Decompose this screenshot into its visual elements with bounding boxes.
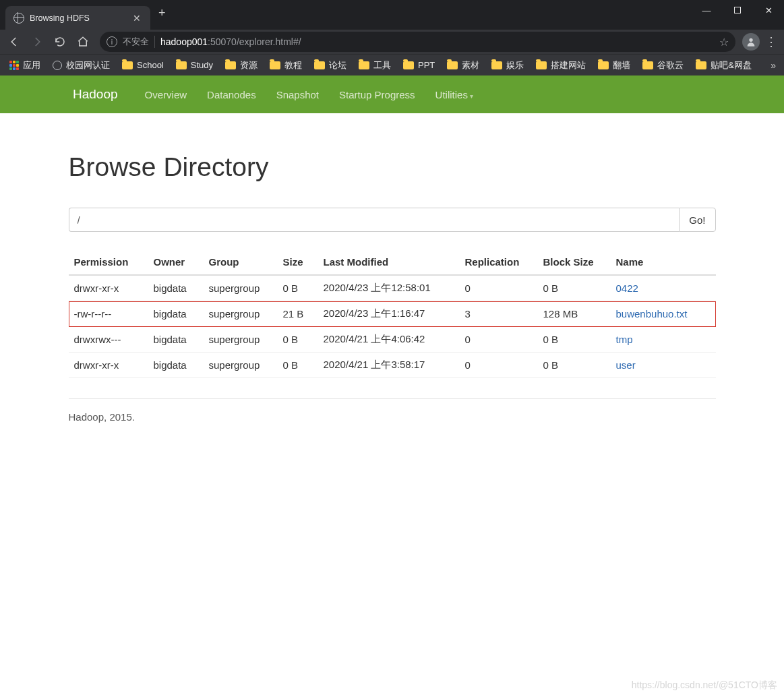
folder-icon	[403, 61, 414, 69]
cell-mtime: 2020/4/23 上午1:16:47	[318, 301, 460, 327]
close-window-button[interactable]: ✕	[753, 0, 784, 20]
home-button[interactable]	[73, 32, 93, 52]
hadoop-navbar: Hadoop Overview Datanodes Snapshot Start…	[0, 75, 784, 113]
nav-datanodes[interactable]: Datanodes	[207, 89, 256, 100]
file-link[interactable]: tmp	[616, 334, 633, 345]
cell-group: supergroup	[204, 353, 278, 378]
bookmark-item[interactable]: Study	[171, 56, 218, 75]
file-link[interactable]: 0422	[616, 282, 638, 294]
forward-button[interactable]	[27, 32, 47, 52]
cell-bs: 0 B	[538, 275, 611, 301]
bookmarks-overflow-button[interactable]: »	[764, 60, 780, 71]
bookmark-label: 贴吧&网盘	[711, 59, 752, 71]
directory-table: Permission Owner Group Size Last Modifie…	[69, 249, 716, 378]
bookmark-item[interactable]: PPT	[398, 56, 440, 75]
cell-perm: drwxr-xr-x	[69, 275, 148, 301]
bookmark-label: School	[137, 60, 164, 70]
apps-shortcut-label: 应用	[23, 59, 40, 71]
back-button[interactable]	[4, 32, 24, 52]
minimize-button[interactable]: ―	[691, 0, 722, 20]
apps-icon	[9, 61, 19, 70]
cell-name: 0422	[611, 275, 716, 301]
path-input-group: Go!	[69, 208, 716, 232]
chrome-menu-button[interactable]: ⋮	[762, 33, 780, 51]
folder-icon	[598, 61, 609, 69]
bookmark-label: 翻墙	[613, 59, 630, 71]
table-row: drwxrwx---bigdatasupergroup0 B2020/4/21 …	[69, 327, 716, 353]
folder-icon	[447, 61, 458, 69]
col-group[interactable]: Group	[204, 249, 278, 275]
cell-rep: 3	[460, 301, 538, 327]
bookmark-item[interactable]: School	[117, 56, 169, 75]
site-info-icon[interactable]: i	[107, 36, 117, 47]
cell-perm: -rw-r--r--	[69, 301, 148, 327]
bookmark-item[interactable]: 贴吧&网盘	[690, 56, 757, 75]
file-link[interactable]: user	[616, 359, 636, 371]
bookmark-item[interactable]: 谷歌云	[637, 56, 689, 75]
nav-snapshot[interactable]: Snapshot	[276, 89, 319, 100]
cell-perm: drwxr-xr-x	[69, 353, 148, 378]
address-bar[interactable]: i 不安全 hadoop001:50070/explorer.html#/ ☆	[100, 32, 735, 52]
apps-shortcut[interactable]: 应用	[4, 56, 46, 75]
window-titlebar: Browsing HDFS ✕ + ― ✕	[0, 0, 784, 30]
nav-utilities-dropdown[interactable]: Utilities	[435, 89, 473, 100]
close-icon[interactable]: ✕	[133, 13, 141, 24]
cell-perm: drwxrwx---	[69, 327, 148, 353]
col-block-size[interactable]: Block Size	[538, 249, 611, 275]
new-tab-button[interactable]: +	[150, 6, 173, 24]
bookmark-item[interactable]: 翻墙	[593, 56, 636, 75]
profile-avatar[interactable]	[742, 33, 760, 51]
cell-owner: bigdata	[148, 275, 204, 301]
cell-rep: 0	[460, 327, 538, 353]
col-last-modified[interactable]: Last Modified	[318, 249, 460, 275]
brand-label[interactable]: Hadoop	[73, 87, 118, 102]
browser-tab[interactable]: Browsing HDFS ✕	[5, 6, 150, 30]
bookmark-label: 素材	[462, 59, 479, 71]
bookmark-item[interactable]: 搭建网站	[531, 56, 591, 75]
cell-size: 21 B	[278, 301, 318, 327]
cell-mtime: 2020/4/23 上午12:58:01	[318, 275, 460, 301]
bookmark-label: 教程	[284, 59, 302, 71]
bookmark-item[interactable]: 论坛	[309, 56, 352, 75]
col-name[interactable]: Name	[611, 249, 716, 275]
col-owner[interactable]: Owner	[148, 249, 204, 275]
path-input[interactable]	[69, 208, 680, 232]
file-link[interactable]: buwenbuhuo.txt	[616, 308, 688, 320]
table-row: drwxr-xr-xbigdatasupergroup0 B2020/4/21 …	[69, 353, 716, 378]
folder-icon	[314, 61, 325, 69]
cell-group: supergroup	[204, 327, 278, 353]
folder-icon	[696, 61, 706, 69]
bookmark-item[interactable]: 工具	[353, 56, 396, 75]
go-button[interactable]: Go!	[679, 208, 715, 232]
bookmark-item[interactable]: 娱乐	[486, 56, 529, 75]
folder-icon	[122, 61, 133, 69]
insecure-label: 不安全	[123, 36, 155, 48]
cell-owner: bigdata	[148, 301, 204, 327]
bookmark-item[interactable]: 校园网认证	[47, 56, 115, 75]
col-permission[interactable]: Permission	[69, 249, 148, 275]
col-replication[interactable]: Replication	[460, 249, 538, 275]
cell-size: 0 B	[278, 353, 318, 378]
cell-name: user	[611, 353, 716, 378]
folder-icon	[491, 61, 502, 69]
cell-name: buwenbuhuo.txt	[611, 301, 716, 327]
bookmark-label: 谷歌云	[657, 59, 684, 71]
bookmark-item[interactable]: 资源	[220, 56, 263, 75]
col-size[interactable]: Size	[278, 249, 318, 275]
folder-icon	[536, 61, 547, 69]
nav-startup-progress[interactable]: Startup Progress	[339, 89, 415, 100]
globe-icon	[13, 13, 24, 24]
reload-button[interactable]	[50, 32, 70, 52]
cell-group: supergroup	[204, 301, 278, 327]
cell-group: supergroup	[204, 275, 278, 301]
bookmarks-bar: 应用 校园网认证SchoolStudy资源教程论坛工具PPT素材娱乐搭建网站翻墙…	[0, 54, 784, 75]
cell-bs: 0 B	[538, 353, 611, 378]
bookmark-item[interactable]: 教程	[264, 56, 307, 75]
cell-bs: 0 B	[538, 327, 611, 353]
maximize-button[interactable]	[722, 0, 753, 20]
table-row: drwxr-xr-xbigdatasupergroup0 B2020/4/23 …	[69, 275, 716, 301]
cell-size: 0 B	[278, 327, 318, 353]
nav-overview[interactable]: Overview	[145, 89, 187, 100]
bookmark-item[interactable]: 素材	[442, 56, 485, 75]
bookmark-star-icon[interactable]: ☆	[719, 36, 729, 49]
